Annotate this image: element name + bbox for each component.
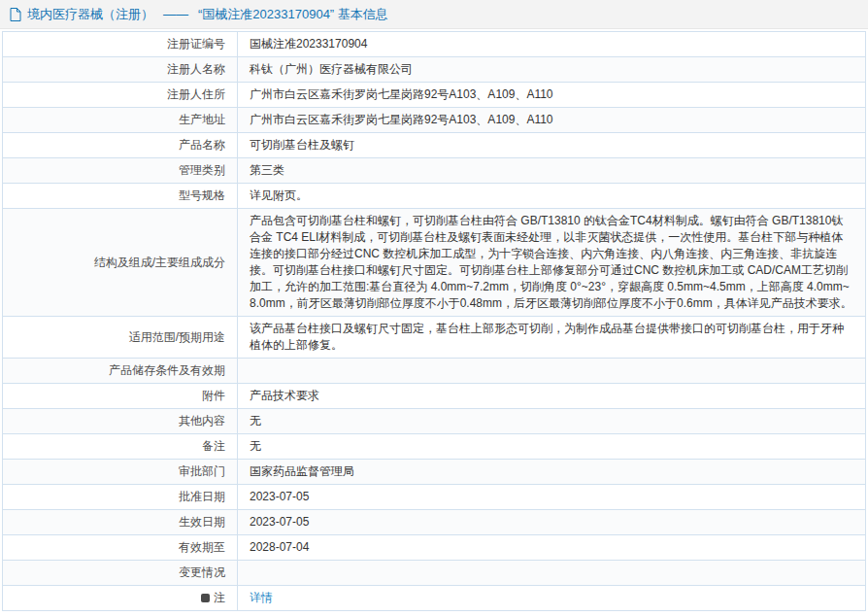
row-label: 生产地址 (3, 108, 238, 133)
row-label: 注册证编号 (3, 32, 238, 57)
row-label-text: 有效期至 (179, 540, 225, 554)
row-value (238, 561, 866, 586)
table-row: 生效日期2023-07-05 (3, 510, 866, 535)
table-row: 型号规格详见附页。 (3, 184, 866, 209)
detail-link[interactable]: 详情 (250, 591, 273, 604)
row-value: 科钛（广州）医疗器械有限公司 (238, 57, 866, 83)
table-row: 注册证编号国械注准20233170904 (3, 32, 866, 57)
table-row: 适用范围/预期用途该产品基台柱接口及螺钉尺寸固定，基台柱上部形态可切削，为制作成… (3, 317, 866, 359)
row-label-text: 其他内容 (179, 414, 225, 428)
row-label-text: 型号规格 (179, 188, 225, 202)
row-label-text: 注册人住所 (167, 87, 225, 101)
info-table: 注册证编号国械注准20233170904注册人名称科钛（广州）医疗器械有限公司注… (2, 31, 866, 611)
row-label: 批准日期 (3, 485, 238, 510)
row-label: 生效日期 (3, 510, 238, 535)
table-row: 审批部门国家药品监督管理局 (3, 460, 866, 485)
row-value: 国家药品监督管理局 (238, 460, 866, 485)
row-label: 备注 (3, 434, 238, 460)
row-label: 适用范围/预期用途 (3, 317, 238, 359)
row-label-text: 附件 (202, 389, 225, 402)
row-label-text: 适用范围/预期用途 (129, 330, 225, 344)
row-value: 该产品基台柱接口及螺钉尺寸固定，基台柱上部形态可切削，为制作成品基台提供带接口的… (238, 317, 866, 359)
row-label: 注册人住所 (3, 83, 238, 108)
note-bullet-icon (201, 594, 210, 602)
table-row: 注册人住所广州市白云区嘉禾街罗岗七星岗路92号A103、A109、A110 (3, 83, 866, 108)
info-table-body: 注册证编号国械注准20233170904注册人名称科钛（广州）医疗器械有限公司注… (3, 32, 866, 611)
row-value: 产品包含可切削基台柱和螺钉，可切削基台柱由符合 GB/T13810 的钛合金TC… (238, 209, 866, 317)
table-row: 附件产品技术要求 (3, 384, 866, 409)
row-value: 广州市白云区嘉禾街罗岗七星岗路92号A103、A109、A110 (238, 108, 866, 133)
row-label: 产品名称 (3, 133, 238, 158)
row-value: 广州市白云区嘉禾街罗岗七星岗路92号A103、A109、A110 (238, 83, 866, 108)
table-row: 注详情 (3, 586, 866, 611)
document-icon (10, 8, 21, 21)
row-label: 附件 (3, 384, 238, 409)
table-row: 备注无 (3, 434, 866, 460)
row-label-text: 注 (214, 591, 225, 604)
row-label-text: 生效日期 (179, 515, 225, 529)
row-label-text: 备注 (202, 439, 225, 453)
table-row: 生产地址广州市白云区嘉禾街罗岗七星岗路92号A103、A109、A110 (3, 108, 866, 133)
row-value: 无 (238, 409, 866, 434)
row-label: 有效期至 (3, 535, 238, 561)
row-label: 结构及组成/主要组成成分 (3, 209, 238, 317)
row-label-text: 产品名称 (179, 138, 225, 152)
header-category: 境内医疗器械（注册） (27, 6, 153, 23)
table-row: 变更情况 (3, 561, 866, 586)
row-label-text: 结构及组成/主要组成成分 (94, 256, 225, 269)
row-value: 产品技术要求 (238, 384, 866, 409)
row-value: 详情 (238, 586, 866, 611)
page-title: “国械注准20233170904” 基本信息 (198, 6, 388, 23)
table-row: 其他内容无 (3, 409, 866, 434)
row-label-text: 注册人名称 (167, 62, 225, 76)
row-label: 型号规格 (3, 184, 238, 209)
row-label-text: 批准日期 (179, 490, 225, 503)
row-label-text: 注册证编号 (167, 37, 225, 51)
row-value: 详见附页。 (238, 184, 866, 209)
row-value: 2023-07-05 (238, 510, 866, 535)
table-row: 结构及组成/主要组成成分产品包含可切削基台柱和螺钉，可切削基台柱由符合 GB/T… (3, 209, 866, 317)
row-label-text: 管理类别 (179, 163, 225, 177)
table-row: 产品名称可切削基台柱及螺钉 (3, 133, 866, 158)
row-value: 2028-07-04 (238, 535, 866, 561)
row-label: 审批部门 (3, 460, 238, 485)
table-row: 有效期至2028-07-04 (3, 535, 866, 561)
row-label: 注册人名称 (3, 57, 238, 83)
row-value: 2023-07-05 (238, 485, 866, 510)
row-value (238, 359, 866, 384)
page-header: 境内医疗器械（注册） —— “国械注准20233170904” 基本信息 (0, 0, 868, 29)
row-label-text: 审批部门 (179, 464, 225, 478)
row-label: 其他内容 (3, 409, 238, 434)
row-value: 可切削基台柱及螺钉 (238, 133, 866, 158)
row-value: 国械注准20233170904 (238, 32, 866, 57)
row-label-text: 生产地址 (179, 113, 225, 126)
table-row: 批准日期2023-07-05 (3, 485, 866, 510)
table-row: 注册人名称科钛（广州）医疗器械有限公司 (3, 57, 866, 83)
row-label: 变更情况 (3, 561, 238, 586)
row-label: 注 (3, 586, 238, 611)
row-label-text: 产品储存条件及有效期 (109, 363, 225, 377)
table-row: 产品储存条件及有效期 (3, 359, 866, 384)
row-value: 无 (238, 434, 866, 460)
header-separator: —— (163, 7, 188, 21)
row-label: 管理类别 (3, 158, 238, 184)
row-label-text: 变更情况 (179, 565, 225, 579)
row-value: 第三类 (238, 158, 866, 184)
row-label: 产品储存条件及有效期 (3, 359, 238, 384)
table-row: 管理类别第三类 (3, 158, 866, 184)
